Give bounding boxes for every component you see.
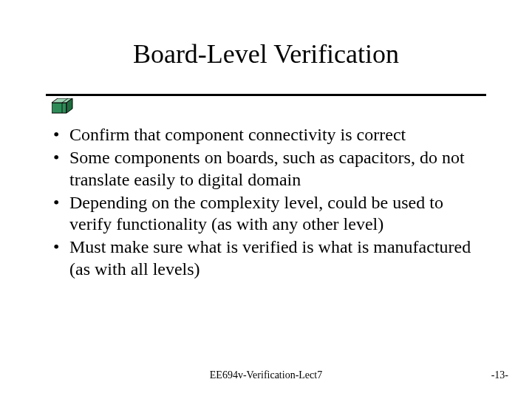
svg-marker-0 bbox=[52, 103, 66, 113]
title-underline bbox=[46, 94, 486, 96]
cube-icon bbox=[52, 98, 74, 115]
bullet-list: Confirm that component connectivity is c… bbox=[52, 124, 488, 282]
slide-title: Board-Level Verification bbox=[0, 38, 532, 69]
bullet-item: Depending on the complexity level, could… bbox=[52, 192, 488, 236]
footer-page-number: -13- bbox=[491, 369, 508, 381]
bullet-item: Some components on boards, such as capac… bbox=[52, 147, 488, 191]
bullet-item: Confirm that component connectivity is c… bbox=[52, 124, 488, 146]
bullet-item: Must make sure what is verified is what … bbox=[52, 236, 488, 280]
slide: Board-Level Verification Confirm that co… bbox=[0, 0, 532, 399]
footer-center: EE694v-Verification-Lect7 bbox=[0, 369, 532, 381]
